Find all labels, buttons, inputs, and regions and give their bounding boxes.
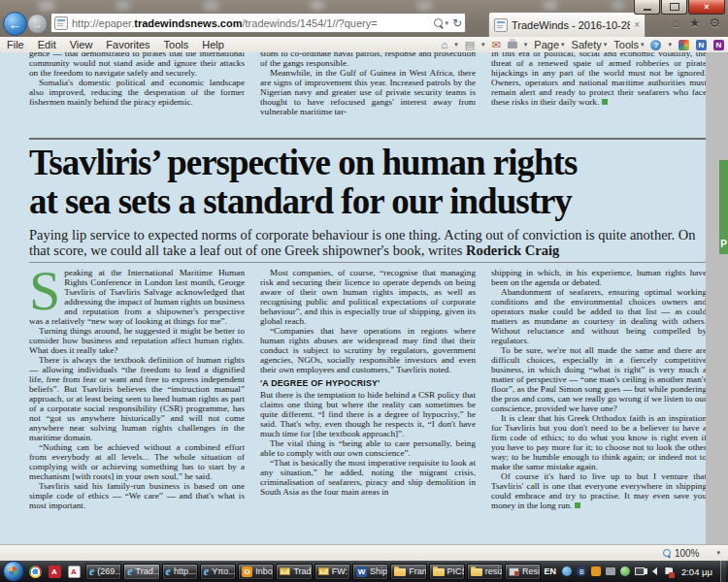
browser-tab[interactable]: TradeWinds - 2016-10-28 × (488, 12, 645, 37)
caret-icon[interactable]: ▾ (524, 41, 528, 48)
search-icon[interactable] (434, 18, 443, 27)
home-icon[interactable]: ⌂ (673, 16, 680, 30)
taskbar-button-ie-2[interactable]: eTrad... (123, 564, 159, 580)
address-bar[interactable]: http://epaper.tradewindsnews.com/tradewi… (50, 13, 466, 33)
taskbar-button-label: Ship... (370, 566, 388, 576)
menu-item[interactable]: Help (202, 39, 224, 50)
tray-app-gray-icon[interactable] (606, 566, 616, 577)
folder-icon (471, 568, 482, 576)
favorites-star-icon[interactable]: ★ (689, 16, 701, 30)
taskbar-button-folder-3[interactable]: resiz... (467, 564, 503, 580)
mail-icon[interactable]: ✉ (492, 40, 501, 50)
taskbar-button-mail-2[interactable]: FW: ... (314, 564, 350, 580)
column-paragraphs: Most companies, of course, “recognise th… (260, 268, 476, 374)
desktop-smudge (612, 1, 624, 10)
top-column-text: gence — that demonstrated to pirates tha… (29, 52, 245, 107)
newspaper-page: gence — that demonstrated to pirates tha… (0, 52, 706, 545)
volume-icon[interactable] (649, 566, 660, 577)
show-desktop-button[interactable] (720, 561, 726, 582)
taskbar-button-label: PICS... (447, 566, 465, 576)
folder-icon (394, 568, 406, 576)
headline-line-1: Tsavliris’ perspective on human rights (29, 144, 706, 182)
taskbar-button-folder-1[interactable]: Fran... (390, 564, 426, 580)
tray-app-green-icon[interactable] (620, 566, 631, 577)
start-button[interactable] (3, 561, 24, 582)
tools-menu[interactable]: Tools▾ (613, 39, 644, 50)
taskbar-button-inbox[interactable]: OInbo... (238, 564, 274, 580)
chrome-icon[interactable] (27, 564, 43, 579)
onenote-icon[interactable]: N (713, 40, 724, 50)
gear-icon[interactable]: ⚙ (709, 16, 720, 30)
onenote-send-icon[interactable]: N (696, 40, 707, 50)
desktop-smudge (417, 1, 432, 11)
forward-button[interactable]: → (27, 14, 48, 34)
print-icon[interactable] (508, 42, 517, 48)
menu-bar: FileEditViewFavoritesToolsHelp ⌂▾ ▤▾ ✉ ▾… (0, 37, 728, 52)
green-orb-glyph (620, 566, 630, 576)
home-small-icon[interactable]: ⌂ (442, 40, 448, 50)
url-domain: tradewindsnews.com (134, 17, 242, 29)
zoom-caret-icon[interactable]: ▾ (716, 549, 720, 557)
caret-icon[interactable]: ▾ (668, 41, 672, 48)
paragraph: “That is basically the most imperative r… (260, 458, 476, 497)
language-indicator[interactable]: EN (544, 566, 556, 576)
taskbar-button-resize[interactable]: Resize (505, 564, 541, 580)
taskbar-button-word[interactable]: WShip... (352, 564, 388, 580)
epaper-side-tab[interactable]: P (719, 160, 728, 254)
ie-icon: e (89, 566, 94, 577)
adobe-acrobat-icon[interactable]: A (66, 564, 82, 579)
desktop-smudge (116, 1, 130, 10)
caret-icon: ▾ (641, 41, 645, 48)
zoom-control[interactable]: 100% ▾ (663, 548, 720, 559)
safety-menu-label: Safety (572, 39, 602, 50)
taskbar-button-label: Trad... (136, 566, 160, 576)
gray-device-glyph (606, 567, 615, 575)
menu-item[interactable]: Tools (164, 39, 189, 50)
feed-icon[interactable]: ▤ (465, 40, 475, 50)
taskbar: A A e(269... eTrad... ehttp... eΥπο... O… (0, 561, 728, 582)
menu-item[interactable]: Favorites (106, 39, 149, 50)
taskbar-clock[interactable]: 2:04 μμ (681, 566, 712, 577)
action-center-flag-icon[interactable] (664, 566, 675, 577)
speaker-glyph (652, 567, 657, 575)
tray-app-orange-icon[interactable] (591, 566, 602, 577)
browser-viewport: gence — that demonstrated to pirates tha… (0, 52, 728, 545)
close-button[interactable]: × (688, 0, 725, 15)
menu-item[interactable]: View (70, 39, 93, 50)
page-menu[interactable]: Page▾ (534, 39, 564, 50)
paragraph-text: In this era of political, social and eco… (491, 52, 706, 107)
caret-icon[interactable]: ▾ (454, 41, 458, 48)
safety-menu[interactable]: Safety▾ (572, 39, 608, 50)
desktop-smudge (544, 1, 557, 10)
adobe-reader-icon[interactable]: A (47, 564, 62, 579)
tray-app-navy-icon[interactable]: B (577, 566, 587, 577)
minimize-button[interactable] (634, 0, 660, 15)
paragraph: “Nothing can be achieved without a combi… (29, 442, 245, 481)
paragraph: sions to co-ordinate naval patrols, resp… (260, 52, 476, 68)
taskbar-button-ie-1[interactable]: e(269... (85, 564, 121, 580)
maximize-button[interactable] (661, 0, 687, 15)
zoom-magnifier-icon (663, 549, 671, 557)
refresh-icon[interactable]: ↻ (452, 16, 462, 30)
search-caret-icon[interactable]: ▾ (445, 19, 448, 27)
taskbar-button-folder-2[interactable]: PICS... (429, 564, 465, 580)
taskbar-button-mail-1[interactable]: Trad... (276, 564, 312, 580)
addon-brush-icon[interactable] (678, 40, 689, 50)
url-path: /tradewinds/1454/1//?query= (242, 17, 377, 29)
tray-app-blue-icon[interactable] (562, 566, 573, 577)
menu-item[interactable]: Edit (38, 39, 56, 50)
url-text: http://epaper.tradewindsnews.com/tradewi… (72, 17, 434, 29)
tab-close-icon[interactable]: × (634, 19, 640, 30)
page-menu-label: Page (534, 39, 559, 50)
window-glyph (635, 567, 645, 575)
help-icon[interactable]: ? (650, 40, 661, 50)
back-button[interactable]: ← (3, 12, 27, 36)
taskbar-button-ie-3[interactable]: ehttp... (162, 564, 198, 580)
caret-icon[interactable]: ▾ (481, 41, 485, 48)
resize-app-icon (509, 567, 519, 576)
menu-item[interactable]: File (7, 39, 24, 50)
zoom-level: 100% (675, 548, 700, 559)
top-article-column-3: In this era of political, social and eco… (491, 52, 706, 136)
taskbar-button-ie-4[interactable]: eΥπο... (200, 564, 236, 580)
address-bar-icons: ▾ ↻ (434, 16, 462, 30)
